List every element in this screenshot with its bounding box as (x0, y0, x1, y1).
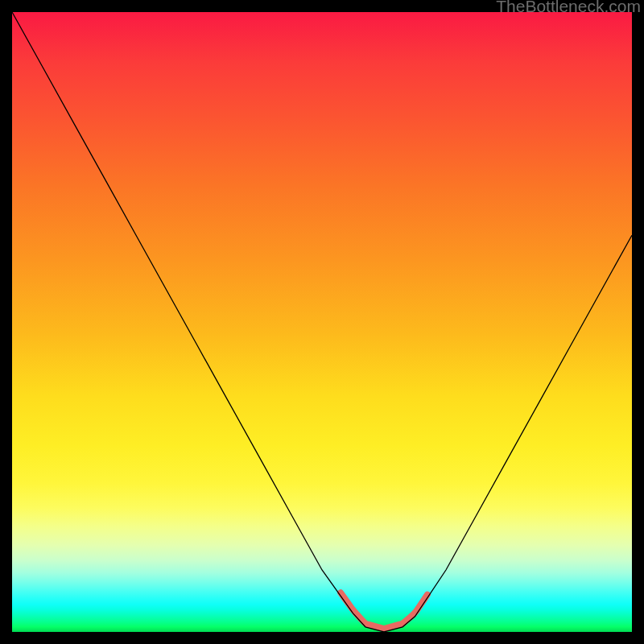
watermark-text: TheBottleneck.com (496, 0, 641, 16)
plot-area (12, 12, 632, 632)
chart-svg (12, 12, 632, 632)
chart-frame: TheBottleneck.com (0, 0, 644, 644)
bottleneck-curve (12, 12, 632, 632)
highlight-segment (341, 592, 427, 629)
